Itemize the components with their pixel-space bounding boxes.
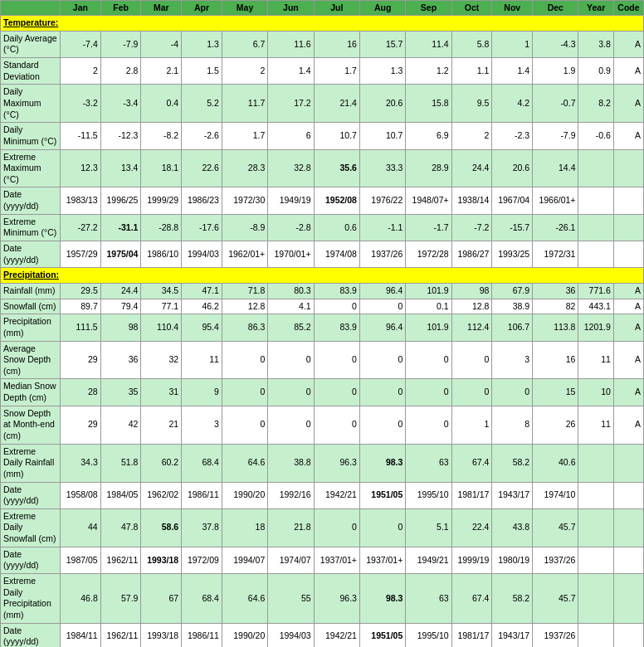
data-cell: 63 bbox=[406, 444, 451, 482]
data-cell: 32 bbox=[141, 341, 182, 379]
data-cell: 15.7 bbox=[359, 31, 405, 57]
data-cell: 31 bbox=[141, 379, 182, 406]
data-cell: 1957/29 bbox=[61, 241, 101, 268]
data-cell bbox=[613, 623, 643, 647]
data-cell: 18.1 bbox=[141, 149, 182, 187]
data-cell: 35.6 bbox=[314, 149, 359, 187]
data-cell: 771.6 bbox=[578, 283, 613, 299]
data-cell: -7.9 bbox=[100, 31, 141, 57]
data-cell: -4 bbox=[141, 31, 182, 57]
data-row: Date (yyyy/dd)1958/081984/051962/021986/… bbox=[1, 482, 644, 508]
data-cell: 38.9 bbox=[492, 299, 533, 314]
data-cell: 5.1 bbox=[406, 508, 451, 547]
data-cell: -7.4 bbox=[61, 31, 101, 57]
data-cell: 68.4 bbox=[182, 444, 222, 482]
data-cell: 11.4 bbox=[406, 31, 451, 57]
data-cell: 64.6 bbox=[222, 444, 267, 482]
data-cell: 1962/11 bbox=[100, 547, 141, 573]
data-cell: 1937/26 bbox=[533, 623, 578, 647]
column-month-header: Jun bbox=[268, 0, 314, 16]
data-cell: A bbox=[613, 314, 643, 341]
column-month-header: Jan bbox=[61, 0, 101, 16]
data-cell: 67 bbox=[141, 574, 182, 624]
column-month-header: Aug bbox=[359, 0, 405, 16]
data-cell: 10.7 bbox=[359, 123, 405, 149]
data-cell: -2.3 bbox=[492, 123, 533, 149]
data-cell: 35 bbox=[100, 379, 141, 406]
data-cell: 1.4 bbox=[268, 58, 314, 85]
data-cell: 0 bbox=[268, 406, 314, 444]
data-cell: 1993/18 bbox=[141, 623, 182, 647]
data-cell: A bbox=[613, 406, 643, 444]
data-cell: 1976/22 bbox=[359, 187, 405, 214]
data-cell: 0 bbox=[406, 406, 451, 444]
column-month-header: Feb bbox=[100, 0, 141, 16]
data-cell: 11.6 bbox=[268, 31, 314, 57]
row-label: Date (yyyy/dd) bbox=[1, 241, 61, 268]
data-cell: -27.2 bbox=[61, 214, 101, 241]
data-cell: 51.8 bbox=[100, 444, 141, 482]
data-cell: 4.2 bbox=[492, 85, 533, 123]
data-cell: 5.8 bbox=[451, 31, 492, 57]
column-month-header: May bbox=[222, 0, 267, 16]
data-cell: 112.4 bbox=[451, 314, 492, 341]
data-cell: -11.5 bbox=[61, 123, 101, 149]
data-cell: 1995/10 bbox=[406, 623, 451, 647]
data-cell: 1937/26 bbox=[533, 547, 578, 573]
data-cell: 29 bbox=[61, 341, 101, 379]
data-cell: 0 bbox=[451, 341, 492, 379]
data-cell bbox=[578, 623, 613, 647]
data-cell: 26 bbox=[533, 406, 578, 444]
data-cell: -8.2 bbox=[141, 123, 182, 149]
data-cell: 1981/17 bbox=[451, 482, 492, 508]
data-cell: 11 bbox=[182, 341, 222, 379]
data-cell: -1.7 bbox=[406, 214, 451, 241]
data-cell: 1938/14 bbox=[451, 187, 492, 214]
data-cell: 2.8 bbox=[100, 58, 141, 85]
data-cell bbox=[578, 482, 613, 508]
data-cell: 15 bbox=[533, 379, 578, 406]
data-cell: -2.6 bbox=[182, 123, 222, 149]
data-cell: 67.4 bbox=[451, 444, 492, 482]
row-label: Extreme Daily Precipitation (mm) bbox=[1, 574, 61, 624]
data-cell: 5.2 bbox=[182, 85, 222, 123]
data-cell: 1993/18 bbox=[141, 547, 182, 573]
row-label: Extreme Daily Snowfall (cm) bbox=[1, 508, 61, 547]
data-cell: 1967/04 bbox=[492, 187, 533, 214]
data-cell: 1.7 bbox=[314, 58, 359, 85]
data-row: Extreme Maximum (°C)12.313.418.122.628.3… bbox=[1, 149, 644, 187]
data-cell: 0 bbox=[222, 379, 267, 406]
data-cell: 34.3 bbox=[61, 444, 101, 482]
row-label: Snowfall (cm) bbox=[1, 299, 61, 314]
data-cell: -0.6 bbox=[578, 123, 613, 149]
data-cell bbox=[613, 547, 643, 573]
data-row: Daily Maximum (°C)-3.2-3.40.45.211.717.2… bbox=[1, 85, 644, 123]
data-cell: A bbox=[613, 299, 643, 314]
data-cell: 1962/11 bbox=[100, 623, 141, 647]
data-cell: 1 bbox=[492, 31, 533, 57]
data-cell: -3.4 bbox=[100, 85, 141, 123]
data-cell: 1986/11 bbox=[182, 623, 222, 647]
data-cell: 12.3 bbox=[61, 149, 101, 187]
data-cell: 13.4 bbox=[100, 149, 141, 187]
data-cell: 18 bbox=[222, 508, 267, 547]
data-cell: 1972/30 bbox=[222, 187, 267, 214]
data-cell bbox=[613, 187, 643, 214]
data-cell: 96.4 bbox=[359, 283, 405, 299]
data-cell: 0 bbox=[314, 299, 359, 314]
column-month-header: Nov bbox=[492, 0, 533, 16]
data-cell: 83.9 bbox=[314, 314, 359, 341]
row-label: Snow Depth at Month-end (cm) bbox=[1, 406, 61, 444]
data-cell: 16 bbox=[314, 31, 359, 57]
data-cell: 1999/29 bbox=[141, 187, 182, 214]
data-cell: 1974/07 bbox=[268, 547, 314, 573]
data-cell: A bbox=[613, 341, 643, 379]
data-cell: 20.6 bbox=[492, 149, 533, 187]
data-cell bbox=[578, 241, 613, 268]
data-cell: 1986/11 bbox=[182, 482, 222, 508]
data-cell: 63 bbox=[406, 574, 451, 624]
data-cell: 1999/19 bbox=[451, 547, 492, 573]
data-row: Average Snow Depth (cm)29363211000000316… bbox=[1, 341, 644, 379]
column-month-header: Apr bbox=[182, 0, 222, 16]
data-cell: 68.4 bbox=[182, 574, 222, 624]
